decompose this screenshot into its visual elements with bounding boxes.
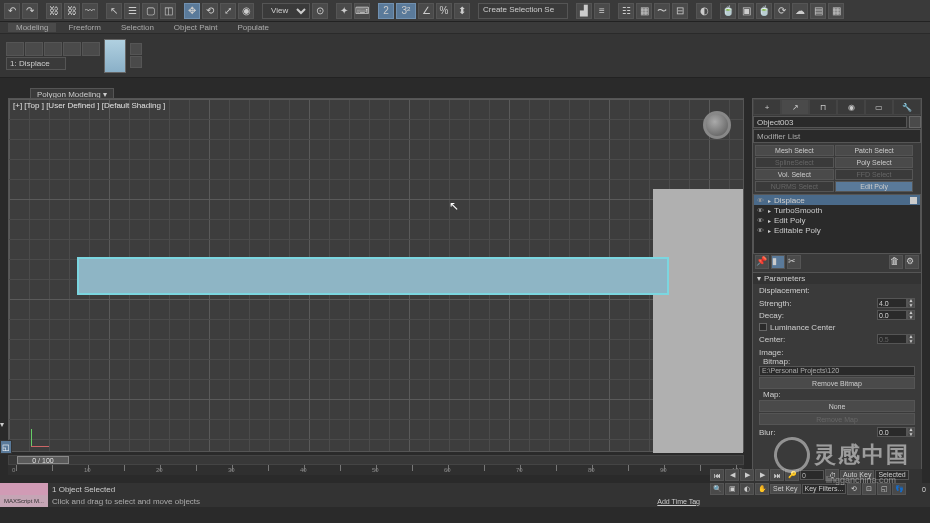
pin-stack-button[interactable]: 📌: [755, 255, 769, 269]
time-slider-thumb[interactable]: 0 / 100: [17, 456, 69, 464]
tab-display[interactable]: ▭: [865, 99, 893, 115]
rotate-button[interactable]: ⟲: [202, 3, 218, 19]
subobj-element-button[interactable]: [82, 42, 100, 56]
mirror-button[interactable]: ▟: [576, 3, 592, 19]
modifier-preset-mesh-select[interactable]: Mesh Select: [755, 145, 834, 156]
play-button[interactable]: ▶: [740, 469, 754, 481]
spinner-snap-button[interactable]: ⬍: [454, 3, 470, 19]
center-spin-down[interactable]: ▼: [907, 339, 915, 344]
prev-frame-button[interactable]: ◀: [725, 469, 739, 481]
modifier-preset-ffd-select[interactable]: FFD Select: [835, 169, 914, 180]
toggle-ribbon-button[interactable]: ▦: [636, 3, 652, 19]
undo-button[interactable]: ↶: [4, 3, 20, 19]
current-frame-input[interactable]: [800, 470, 824, 480]
ribbon-extra-btn-1[interactable]: [130, 43, 142, 55]
stack-visibility-icon[interactable]: 👁: [757, 197, 765, 204]
blur-spin-down[interactable]: ▼: [907, 432, 915, 437]
stack-item-editable-poly[interactable]: 👁▸Editable Poly: [754, 225, 920, 235]
select-name-button[interactable]: ☰: [124, 3, 140, 19]
render-button[interactable]: 🍵: [756, 3, 772, 19]
goto-end-button[interactable]: ⏭: [770, 469, 784, 481]
subobj-poly-button[interactable]: [63, 42, 81, 56]
subobj-border-button[interactable]: [44, 42, 62, 56]
scene-object-bar[interactable]: [77, 257, 669, 295]
stack-visibility-icon[interactable]: 👁: [757, 207, 765, 214]
stack-item-edit-poly[interactable]: 👁▸Edit Poly: [754, 215, 920, 225]
nav-zoomext-button[interactable]: ⊡: [862, 483, 876, 495]
modifier-preset-poly-select[interactable]: Poly Select: [835, 157, 914, 168]
time-slider-track[interactable]: 0 / 100: [8, 455, 744, 465]
material-editor-button[interactable]: ◐: [696, 3, 712, 19]
make-unique-button[interactable]: ✂: [787, 255, 801, 269]
tab-modify[interactable]: ↗: [781, 99, 809, 115]
stack-expand-icon[interactable]: ▸: [768, 197, 771, 204]
named-selection-dropdown[interactable]: Create Selection Se: [478, 3, 568, 19]
strength-input[interactable]: [877, 298, 907, 308]
angle-snap-button[interactable]: ∠: [418, 3, 434, 19]
timeline[interactable]: 0 / 100 0102030405060708090100: [8, 455, 744, 475]
nav-fov-button[interactable]: ◐: [740, 483, 754, 495]
render-online-button[interactable]: ☁: [792, 3, 808, 19]
add-time-tag-button[interactable]: Add Time Tag: [657, 498, 700, 505]
move-button[interactable]: ✥: [184, 3, 200, 19]
ribbon-tab-populate[interactable]: Populate: [229, 23, 277, 32]
maxscript-listener-button[interactable]: MAXScript M...: [0, 495, 48, 507]
keyfilters-button[interactable]: Key Filters...: [802, 484, 847, 494]
blur-input[interactable]: [877, 427, 907, 437]
layers-button[interactable]: ☷: [618, 3, 634, 19]
remove-bitmap-button[interactable]: Remove Bitmap: [759, 377, 915, 389]
ribbon-extra-btn-2[interactable]: [130, 56, 142, 68]
ribbon-tab-modeling[interactable]: Modeling: [8, 23, 56, 32]
subobj-edge-button[interactable]: [25, 42, 43, 56]
stack-item-displace[interactable]: 👁▸Displace: [754, 195, 920, 205]
modifier-list-dropdown[interactable]: Modifier List: [753, 129, 921, 143]
tab-hierarchy[interactable]: ⊓: [809, 99, 837, 115]
unlink-button[interactable]: ⛓: [64, 3, 80, 19]
decay-spin-down[interactable]: ▼: [907, 315, 915, 320]
render-iterative-button[interactable]: ⟳: [774, 3, 790, 19]
time-config-button[interactable]: ⏱: [825, 469, 839, 481]
stack-expand-icon[interactable]: ▸: [768, 227, 771, 234]
rollout-header[interactable]: ▾Parameters: [753, 273, 921, 284]
modifier-preset-edit-poly[interactable]: Edit Poly: [835, 181, 914, 192]
modifier-name-input[interactable]: [6, 57, 66, 70]
nav-orbit-button[interactable]: ⟲: [847, 483, 861, 495]
goto-start-button[interactable]: ⏮: [710, 469, 724, 481]
modifier-preset-patch-select[interactable]: Patch Select: [835, 145, 914, 156]
viewport-arrow-icon[interactable]: ▾: [0, 420, 4, 429]
remove-modifier-button[interactable]: 🗑: [889, 255, 903, 269]
render-setup-button[interactable]: 🍵: [720, 3, 736, 19]
select-region-button[interactable]: ▢: [142, 3, 158, 19]
ribbon-tab-freeform[interactable]: Freeform: [60, 23, 108, 32]
stack-expand-icon[interactable]: ▸: [768, 207, 771, 214]
viewcube[interactable]: [699, 107, 735, 143]
nav-maximize-button[interactable]: ◱: [877, 483, 891, 495]
nav-pan-button[interactable]: ✋: [755, 483, 769, 495]
autokey-button[interactable]: Auto Key: [840, 470, 874, 480]
viewport-label[interactable]: [+] [Top ] [User Defined ] [Default Shad…: [13, 101, 165, 110]
selected-dropdown[interactable]: Selected: [875, 470, 908, 480]
placement-button[interactable]: ◉: [238, 3, 254, 19]
viewport[interactable]: /*generated below*/ [+] [Top ] [User Def…: [8, 98, 744, 452]
key-mode-button[interactable]: 🔑: [785, 469, 799, 481]
tab-utilities[interactable]: 🔧: [893, 99, 921, 115]
window-crossing-button[interactable]: ◫: [160, 3, 176, 19]
modifier-preset-vol-select[interactable]: Vol. Select: [755, 169, 834, 180]
align-button[interactable]: ≡: [594, 3, 610, 19]
nav-walk-button[interactable]: 👣: [892, 483, 906, 495]
render-last-button[interactable]: ▦: [828, 3, 844, 19]
center-input[interactable]: [877, 334, 907, 344]
object-color-swatch[interactable]: [909, 116, 921, 128]
render-preset-button[interactable]: ▤: [810, 3, 826, 19]
remove-map-button[interactable]: Remove Map: [759, 413, 915, 425]
link-button[interactable]: ⛓: [46, 3, 62, 19]
use-center-button[interactable]: ⊙: [312, 3, 328, 19]
select-object-button[interactable]: ↖: [106, 3, 122, 19]
snap-2d-button[interactable]: 2: [378, 3, 394, 19]
ribbon-tab-objectpaint[interactable]: Object Paint: [166, 23, 226, 32]
viewport-maximize-button[interactable]: ◱: [0, 440, 12, 454]
nav-zoom-button[interactable]: 🔍: [710, 483, 724, 495]
luminance-center-checkbox[interactable]: [759, 323, 767, 331]
tab-create[interactable]: +: [753, 99, 781, 115]
ref-coord-dropdown[interactable]: View: [262, 3, 310, 19]
